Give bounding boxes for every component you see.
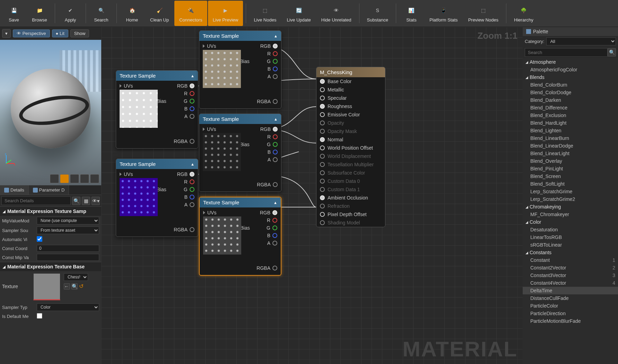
output-pin-rgba[interactable]: RGBA	[257, 182, 278, 187]
input-pin-uvs[interactable]: UVs	[120, 83, 133, 89]
output-pin-g[interactable]: G	[184, 187, 194, 192]
output-pin-rgba[interactable]: RGBA	[257, 99, 278, 104]
palette-category-color[interactable]: Color	[523, 218, 618, 226]
pin-connector-icon[interactable]	[320, 212, 325, 217]
palette-item-particlecolor[interactable]: ParticleColor	[523, 302, 618, 310]
collapse-icon[interactable]: ▲	[274, 117, 278, 121]
palette-item-blend_difference[interactable]: Blend_Difference	[523, 104, 618, 112]
toolbar-live-preview-button[interactable]: ▶Live Preview	[208, 1, 243, 26]
palette-item-blend_exclusion[interactable]: Blend_Exclusion	[523, 112, 618, 119]
toolbar-connectors-button[interactable]: 🔌Connectors	[174, 1, 207, 26]
output-pin-normal[interactable]: Normal	[316, 135, 385, 144]
palette-item-particledirection[interactable]: ParticleDirection	[523, 310, 618, 317]
viewport-options-dropdown[interactable]: ▾	[2, 29, 11, 38]
toolbar-live-nodes-button[interactable]: ⬚Live Nodes	[249, 1, 281, 26]
toolbar-live-update-button[interactable]: 🔄Live Update	[282, 1, 315, 26]
const-coord-input[interactable]	[37, 245, 99, 252]
palette-item-srgbtolinear[interactable]: sRGBToLinear	[523, 241, 618, 249]
category-select[interactable]: All	[546, 37, 616, 45]
palette-item-particlemotionblurfade[interactable]: ParticleMotionBlurFade	[523, 317, 618, 325]
texture-sample-node[interactable]: Texture Sample▲UVsRGB TexR Apply View Mi…	[199, 30, 281, 109]
output-pin-a[interactable]: A	[268, 74, 278, 79]
output-pin-b[interactable]: B	[267, 233, 277, 238]
toolbar-clean-up-button[interactable]: 🧹Clean Up	[145, 1, 174, 26]
output-pin-roughness[interactable]: Roughness	[316, 102, 385, 110]
palette-item-lineartosrgb[interactable]: LinearTosRGB	[523, 233, 618, 241]
palette-item-constant4vector[interactable]: Constant4Vector4	[523, 279, 618, 287]
toolbar-stats-button[interactable]: 📊Stats	[399, 1, 424, 26]
palette-item-blend_linearburn[interactable]: Blend_LinearBurn	[523, 134, 618, 142]
output-pin-rgba[interactable]: RGBA	[256, 265, 277, 271]
palette-item-blend_softlight[interactable]: Blend_SoftLight	[523, 180, 618, 188]
output-pin-ambient-occlusion[interactable]: Ambient Occlusion	[316, 194, 385, 202]
palette-item-distancecullfade[interactable]: DistanceCullFade	[523, 294, 618, 302]
material-output-node[interactable]: M_ChessKing Base ColorMetallicSpecularRo…	[316, 67, 385, 227]
toolbar-hierarchy-button[interactable]: 🌳Hierarchy	[509, 1, 538, 26]
node-header[interactable]: Texture Sample▲	[199, 31, 281, 41]
palette-item-blend_colorburn[interactable]: Blend_ColorBurn	[523, 81, 618, 89]
input-pin-uvs[interactable]: UVs	[120, 171, 133, 177]
output-pin-g[interactable]: G	[267, 59, 278, 64]
output-pin-r[interactable]: R	[267, 217, 277, 223]
use-asset-button[interactable]: ←	[64, 283, 70, 290]
palette-item-blend_screen[interactable]: Blend_Screen	[523, 172, 618, 180]
palette-item-constant[interactable]: Constant1	[523, 256, 618, 264]
palette-item-lerp_scratchgrime2[interactable]: Lerp_ScratchGrime2	[523, 195, 618, 203]
output-pin-b[interactable]: B	[268, 66, 278, 72]
output-pin-r[interactable]: R	[267, 134, 278, 140]
palette-category-constants[interactable]: Constants	[523, 249, 618, 256]
output-pin-rgb[interactable]: RGB	[260, 210, 277, 215]
palette-item-blend_hardlight[interactable]: Blend_HardLight	[523, 119, 618, 127]
tab-parameters[interactable]: Parameter D	[29, 185, 69, 195]
texture-sample-node[interactable]: Texture Sample▲UVsRGB TexR Apply View Mi…	[116, 159, 198, 237]
tab-details[interactable]: Details	[0, 185, 29, 195]
reset-to-default-icon[interactable]: ↺	[79, 283, 84, 290]
palette-item-deltatime[interactable]: DeltaTime	[523, 287, 618, 294]
output-pin-rgb[interactable]: RGB	[260, 126, 278, 132]
node-header[interactable]: Texture Sample▲	[116, 71, 198, 81]
palette-item-blend_lineardodge[interactable]: Blend_LinearDodge	[523, 142, 618, 150]
output-pin-a[interactable]: A	[267, 240, 277, 246]
node-header[interactable]: Texture Sample▲	[199, 114, 281, 124]
toolbar-apply-button[interactable]: ✔Apply	[58, 1, 83, 26]
output-pin-a[interactable]: A	[184, 202, 194, 207]
output-pin-g[interactable]: G	[184, 98, 194, 104]
pin-connector-icon[interactable]	[320, 137, 325, 142]
output-pin-b[interactable]: B	[268, 149, 278, 155]
search-icon[interactable]: 🔍	[608, 48, 616, 56]
palette-item-blend_colordodge[interactable]: Blend_ColorDodge	[523, 89, 618, 96]
pin-connector-icon[interactable]	[320, 104, 325, 109]
pin-connector-icon[interactable]	[320, 145, 325, 150]
palette-category-chromakeying[interactable]: Chromakeying	[523, 203, 618, 211]
output-pin-r[interactable]: R	[184, 91, 194, 96]
material-preview-viewport[interactable]: zx	[0, 40, 101, 185]
node-header[interactable]: Texture Sample▲	[200, 197, 281, 207]
input-pin-uvs[interactable]: UVs	[203, 126, 216, 132]
sampler-type-select[interactable]: Color	[37, 303, 99, 311]
output-pin-emissive-color[interactable]: Emissive Color	[316, 110, 385, 119]
toolbar-preview-nodes-button[interactable]: ⬚Preview Nodes	[463, 1, 503, 26]
show-button[interactable]: Show	[70, 29, 89, 37]
texture-thumbnail[interactable]	[33, 273, 60, 300]
texture-asset-select[interactable]: ChessWi	[64, 273, 88, 281]
output-pin-pixel-depth-offset[interactable]: Pixel Depth Offset	[316, 210, 385, 219]
mip-value-mode-select[interactable]: None (use compute	[37, 217, 99, 224]
collapse-icon[interactable]: ▲	[191, 74, 194, 78]
output-pin-metallic[interactable]: Metallic	[316, 86, 385, 94]
collapse-icon[interactable]: ▲	[273, 201, 277, 205]
output-pin-rgb[interactable]: RGB	[177, 83, 194, 89]
shape-cylinder-button[interactable]	[50, 174, 59, 183]
texture-sample-node[interactable]: Texture Sample▲UVsRGB TexR Apply View Mi…	[199, 114, 281, 192]
is-default-checkbox[interactable]	[37, 313, 42, 319]
pin-connector-icon[interactable]	[320, 112, 325, 117]
palette-item-atmosphericfogcolor[interactable]: AtmosphericFogColor	[523, 66, 618, 73]
palette-item-blend_darken[interactable]: Blend_Darken	[523, 96, 618, 104]
browse-asset-button[interactable]: 🔍	[71, 283, 78, 290]
search-details-input[interactable]	[1, 196, 71, 205]
output-pin-g[interactable]: G	[267, 142, 278, 147]
output-pin-world-position-offset[interactable]: World Position Offset	[316, 144, 385, 152]
output-pin-a[interactable]: A	[268, 157, 278, 162]
shape-plane-button[interactable]	[70, 174, 79, 183]
output-pin-rgba[interactable]: RGBA	[174, 227, 194, 232]
output-pin-r[interactable]: R	[184, 179, 194, 185]
